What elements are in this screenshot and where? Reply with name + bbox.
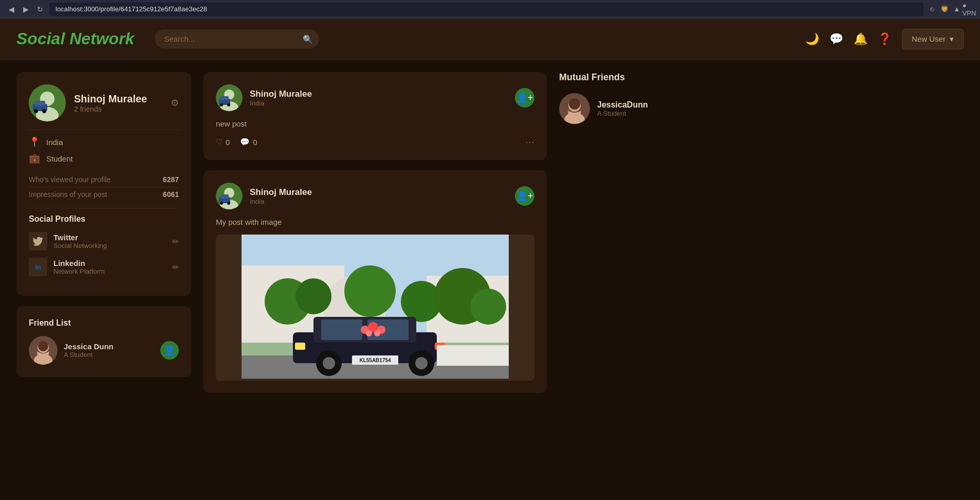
moon-icon: 🌙 <box>805 32 819 46</box>
twitter-type: Social Networking <box>53 242 166 249</box>
brave-icon: 🦁 <box>940 5 949 14</box>
new-user-label: New User <box>912 34 946 43</box>
help-btn[interactable]: ❓ <box>878 32 892 46</box>
question-icon: ❓ <box>878 32 892 46</box>
svg-point-10 <box>38 341 48 351</box>
svg-point-31 <box>344 265 396 317</box>
post-author-1: Shinoj Muralee <box>250 89 508 99</box>
profile-avatar-img <box>29 84 66 121</box>
mutual-friend-role-jessica: A Student <box>597 110 648 117</box>
stat-row-impressions: Impressions of your post 6061 <box>29 187 179 202</box>
chevron-down-icon: ▾ <box>950 34 954 44</box>
profile-stats: Who's viewed your profile 6287 Impressio… <box>29 172 179 202</box>
profile-name: Shinoj Muralee <box>74 93 162 105</box>
social-profile-twitter: Twitter Social Networking ✏ <box>29 232 179 251</box>
post-avatar-2-svg <box>216 183 243 209</box>
dark-mode-btn[interactable]: 🌙 <box>805 32 819 46</box>
post-image-2: KL55AB1754 <box>216 235 534 381</box>
svg-point-52 <box>366 330 372 336</box>
svg-point-42 <box>323 357 335 369</box>
post-author-block-2: Shinoj Muralee India <box>250 187 508 205</box>
post-location-2: India <box>250 198 508 205</box>
profile-location-item: 📍 India <box>29 136 179 148</box>
stat-label-impressions: Impressions of your post <box>29 190 107 199</box>
settings-icon: ⚙ <box>171 98 179 108</box>
browser-extension-icons: ⎋ 🦁 ▲ ● VPN <box>928 5 974 14</box>
browser-url-bar[interactable] <box>49 3 923 16</box>
post-actions-1: ♡ 0 💬 0 ⋯ <box>216 136 534 148</box>
search-icon[interactable]: 🔍 <box>303 34 313 44</box>
share-icon: ⎋ <box>928 5 937 14</box>
profile-settings-button[interactable]: ⚙ <box>171 97 179 109</box>
stat-label-views: Who's viewed your profile <box>29 175 110 184</box>
linkedin-edit-button[interactable]: ✏ <box>172 262 179 272</box>
social-profiles-divider <box>29 208 179 208</box>
svg-point-58 <box>569 98 580 110</box>
linkedin-type: Network Platform <box>53 267 166 275</box>
left-sidebar: Shinoj Muralee 2 friends ⚙ 📍 India 💼 Stu… <box>16 72 191 393</box>
like-count-1: 0 <box>226 138 230 147</box>
location-icon: 📍 <box>29 136 40 148</box>
linkedin-info: Linkedin Network Platform <box>53 259 166 275</box>
post-avatar-1 <box>216 84 243 111</box>
profile-header: Shinoj Muralee 2 friends ⚙ <box>29 84 179 121</box>
comment-icon-1: 💬 <box>240 137 250 147</box>
twitter-edit-button[interactable]: ✏ <box>172 237 179 246</box>
main-layout: Shinoj Muralee 2 friends ⚙ 📍 India 💼 Stu… <box>0 60 719 405</box>
right-panel: Mutual Friends JessicaDunn A Student <box>559 72 703 393</box>
comment-count-1: 0 <box>253 138 257 147</box>
twitter-icon <box>29 232 47 251</box>
new-user-button[interactable]: New User ▾ <box>902 29 964 49</box>
browser-reload-btn[interactable]: ↻ <box>35 4 45 14</box>
post-author-block-1: Shinoj Muralee India <box>250 89 508 107</box>
add-friend-post-btn-1[interactable]: 👤+ <box>515 88 534 108</box>
add-friend-post-btn-2[interactable]: 👤+ <box>515 186 534 206</box>
twitter-info: Twitter Social Networking <box>53 233 166 249</box>
social-profile-linkedin: in Linkedin Network Platform ✏ <box>29 258 179 276</box>
linkedin-name: Linkedin <box>53 259 166 267</box>
post-text-2: My post with image <box>216 218 534 226</box>
twitter-name: Twitter <box>53 233 166 242</box>
vpn-icon[interactable]: ● VPN <box>965 5 974 14</box>
profile-occupation-item: 💼 Student <box>29 153 179 164</box>
profile-occupation: Student <box>46 154 73 163</box>
comment-button-1[interactable]: 💬 0 <box>240 137 257 147</box>
stat-value-impressions: 6061 <box>163 190 179 199</box>
jessica-avatar-svg <box>29 336 58 365</box>
twitter-svg <box>33 236 43 246</box>
messages-btn[interactable]: 💬 <box>829 32 843 46</box>
post-avatar-1-svg <box>216 84 243 111</box>
profile-friends-count: 2 friends <box>74 105 162 113</box>
add-friend-button-jessica[interactable]: 👤 <box>160 341 179 360</box>
share-button-1[interactable]: ⋯ <box>525 136 534 148</box>
post-location-1: India <box>250 99 508 107</box>
mutual-friend-avatar-jessica <box>559 93 590 124</box>
notifications-btn[interactable]: 🔔 <box>854 32 867 46</box>
browser-chrome: ◀ ▶ ↻ ⎋ 🦁 ▲ ● VPN <box>0 0 980 19</box>
svg-point-34 <box>470 289 506 325</box>
chat-icon: 💬 <box>829 32 843 46</box>
svg-point-16 <box>220 103 223 106</box>
stat-value-views: 6287 <box>163 175 179 184</box>
svg-point-17 <box>227 103 230 106</box>
svg-point-30 <box>295 278 331 314</box>
mutual-friend-info-jessica: JessicaDunn A Student <box>597 100 648 117</box>
bell-icon: 🔔 <box>854 32 867 46</box>
browser-back-btn[interactable]: ◀ <box>6 4 16 14</box>
svg-rect-15 <box>220 96 229 100</box>
share-icon-1: ⋯ <box>525 137 534 147</box>
ext1-icon: ▲ <box>952 5 961 14</box>
svg-rect-22 <box>220 194 229 199</box>
post-header-2: Shinoj Muralee India 👤+ <box>216 183 534 209</box>
linkedin-icon: in <box>29 258 47 276</box>
profile-location: India <box>46 138 63 147</box>
mutual-friends-title: Mutual Friends <box>559 72 703 83</box>
browser-forward-btn[interactable]: ▶ <box>21 4 31 14</box>
search-input[interactable] <box>155 29 319 48</box>
svg-text:KL55AB1754: KL55AB1754 <box>359 358 391 363</box>
friend-list-card: Friend List Jessica Dunn A Student <box>16 306 191 377</box>
mutual-friend-item-jessica: JessicaDunn A Student <box>559 93 703 124</box>
post-card-2: Shinoj Muralee India 👤+ My post with ima… <box>204 170 547 393</box>
like-button-1[interactable]: ♡ 0 <box>216 137 230 147</box>
svg-point-24 <box>227 202 230 205</box>
